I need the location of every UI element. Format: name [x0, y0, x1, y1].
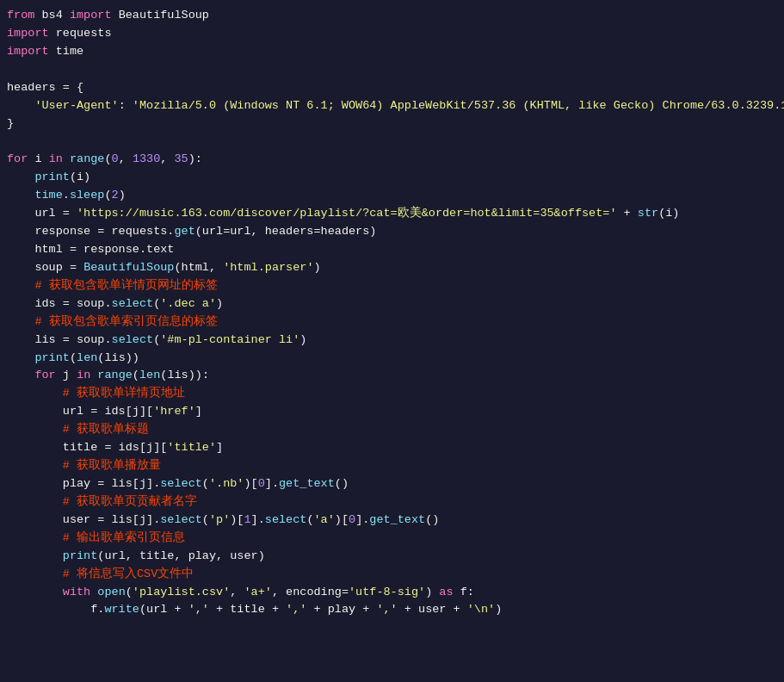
code-line-22: # 获取歌单详情页地址 — [0, 385, 784, 403]
code-line-14: html = response.text — [0, 241, 784, 259]
code-line-17: ids = soup.select('.dec a') — [0, 295, 784, 313]
code-empty-1 — [0, 61, 784, 79]
code-line-13: response = requests.get(url=url, headers… — [0, 223, 784, 241]
code-line-15: soup = BeautifulSoup(html, 'html.parser'… — [0, 259, 784, 277]
code-line-11: time.sleep(2) — [0, 187, 784, 205]
code-line-12: url = 'https://music.163.com/discover/pl… — [0, 205, 784, 223]
code-empty-2 — [0, 133, 784, 151]
code-line-16: # 获取包含歌单详情页网址的标签 — [0, 277, 784, 295]
code-line-32: # 将信息写入CSV文件中 — [0, 566, 784, 584]
code-editor: from bs4 import BeautifulSoup import req… — [0, 0, 784, 682]
code-line-24: # 获取歌单标题 — [0, 421, 784, 439]
code-line-27: play = lis[j].select('.nb')[0].get_text(… — [0, 475, 784, 493]
code-line-30: # 输出歌单索引页信息 — [0, 530, 784, 548]
code-line-18: # 获取包含歌单索引页信息的标签 — [0, 313, 784, 332]
code-line-34: f.write(url + ',' + title + ',' + play +… — [0, 601, 784, 619]
code-line-19: lis = soup.select('#m-pl-container li') — [0, 332, 784, 350]
code-line-9: for i in range(0, 1330, 35): — [0, 151, 784, 169]
code-line-33: with open('playlist.csv', 'a+', encoding… — [0, 584, 784, 602]
code-line-21: for j in range(len(lis)): — [0, 367, 784, 385]
code-line-6: 'User-Agent': 'Mozilla/5.0 (Windows NT 6… — [0, 97, 784, 115]
code-line-26: # 获取歌单播放量 — [0, 457, 784, 475]
code-line-25: title = ids[j]['title'] — [0, 439, 784, 457]
code-line-7: } — [0, 115, 784, 133]
code-line-5: headers = { — [0, 79, 784, 97]
code-line-2: import requests — [0, 25, 784, 43]
code-line-23: url = ids[j]['href'] — [0, 403, 784, 421]
code-line-20: print(len(lis)) — [0, 350, 784, 368]
code-line-29: user = lis[j].select('p')[1].select('a')… — [0, 512, 784, 530]
code-line-31: print(url, title, play, user) — [0, 548, 784, 566]
code-line-28: # 获取歌单页贡献者名字 — [0, 493, 784, 512]
code-line-1: from bs4 import BeautifulSoup — [0, 7, 784, 25]
code-line-10: print(i) — [0, 169, 784, 187]
code-line-3: import time — [0, 43, 784, 61]
